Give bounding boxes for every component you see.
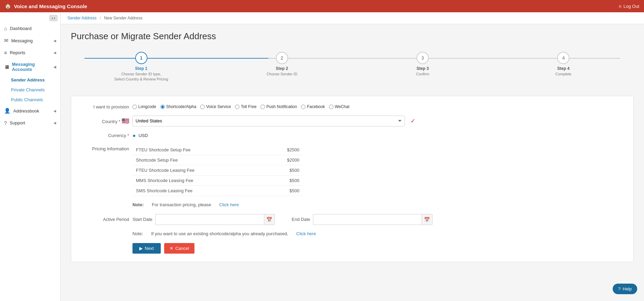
note-text: For transaction pricing, please — [152, 202, 211, 207]
sidebar-item-messaging-label: Messaging — [11, 38, 33, 43]
radio-tollfree-input[interactable] — [235, 105, 239, 109]
end-date-group: End Date 📅 — [292, 214, 433, 225]
step-2-circle: 2 — [276, 52, 288, 64]
currency-dot: ● — [132, 133, 136, 139]
app-title: Voice and Messaging Console — [14, 3, 87, 9]
chevron-icon: ◀ — [53, 39, 56, 43]
active-period-label: Active Period — [81, 217, 129, 222]
radio-shortcode-input[interactable] — [160, 105, 165, 109]
sidebar-toggle: ‹ › — [0, 14, 60, 22]
country-req: * — [119, 119, 120, 124]
step-3: 3 Step 3 Confirm — [352, 52, 493, 77]
radio-longcode-label: Longcode — [138, 104, 156, 109]
sidebar-item-messaging-accounts-label: Messaging Accounts — [12, 62, 51, 72]
radio-voice[interactable]: Voice Service — [200, 104, 231, 109]
step-4-label: Step 4 — [557, 66, 569, 71]
radio-push-input[interactable] — [261, 105, 265, 109]
top-bar: 🏠 Voice and Messaging Console ⎋ Log Out — [0, 0, 644, 12]
logout-label: Log Out — [624, 4, 639, 9]
next-label: Next — [145, 246, 154, 251]
sidebar-item-addressbook-label: Addressbook — [13, 108, 39, 114]
radio-wechat[interactable]: WeChat — [329, 104, 349, 109]
cancel-icon: ✕ — [170, 246, 173, 251]
cancel-button[interactable]: ✕ Cancel — [164, 243, 194, 254]
radio-push[interactable]: Push Notification — [261, 104, 297, 109]
end-date-input[interactable] — [313, 214, 422, 225]
currency-req: * — [127, 133, 129, 138]
country-checkmark: ✓ — [410, 117, 415, 125]
app-title-group: 🏠 Voice and Messaging Console — [5, 3, 87, 9]
step-1-sublabel: Choose Sender ID type,Select Country & R… — [114, 72, 168, 82]
radio-longcode-input[interactable] — [132, 105, 137, 109]
radio-wechat-input[interactable] — [329, 105, 333, 109]
sidebar-item-support[interactable]: ? Support ◀ — [0, 117, 60, 129]
note-link[interactable]: Click here — [219, 202, 239, 207]
chevron-icon-ab: ◀ — [53, 109, 56, 113]
pricing-table-row: FTEU Shortcode Leasing Fee $500 — [132, 165, 303, 175]
page-body: Purchase or Migrate Sender Address 1 Ste… — [61, 24, 644, 276]
logout-button[interactable]: ⎋ Log Out — [619, 4, 639, 9]
radio-voice-input[interactable] — [200, 105, 205, 109]
pricing-row-name: FTEU Shortcode Leasing Fee — [132, 165, 264, 175]
step-3-label: Step 3 — [417, 66, 429, 71]
sidebar-item-reports[interactable]: ≡ Reports ◀ — [0, 47, 60, 59]
help-button[interactable]: ? Help — [613, 284, 637, 294]
support-icon: ? — [4, 120, 7, 126]
radio-shortcode[interactable]: Shortcode/Alpha — [160, 104, 197, 109]
page-title: Purchase or Migrate Sender Address — [71, 31, 634, 42]
radio-facebook-input[interactable] — [301, 105, 305, 109]
existing-note-link[interactable]: Click here — [296, 231, 316, 236]
messaging-accounts-icon: 🖥 — [4, 64, 9, 70]
provision-label: I want to provision — [81, 104, 129, 109]
radio-longcode[interactable]: Longcode — [132, 104, 156, 109]
radio-facebook[interactable]: Facebook — [301, 104, 325, 109]
step-4: 4 Step 4 Complete — [493, 52, 634, 77]
pricing-row: Pricing Information FTEU Shortcode Setup… — [81, 145, 623, 196]
sidebar-item-addressbook[interactable]: 👤 Addressbook ◀ — [0, 105, 60, 117]
sidebar-item-messaging[interactable]: ✉ Messaging ◀ — [0, 34, 60, 47]
country-label: Country * 🇺🇸 — [81, 117, 129, 125]
sidebar: ‹ › ⌂ Dashboard ✉ Messaging ◀ ≡ Reports … — [0, 12, 61, 301]
currency-value: USD — [139, 133, 148, 138]
sidebar-item-messaging-accounts[interactable]: 🖥 Messaging Accounts ◀ — [0, 59, 60, 75]
radio-push-label: Push Notification — [266, 104, 297, 109]
start-date-calendar-button[interactable]: 📅 — [264, 214, 275, 225]
pricing-table-row: Shortcode Setup Fee $2000 — [132, 155, 303, 165]
currency-label: Currency * — [81, 133, 129, 138]
currency-value-group: ● USD — [132, 133, 148, 139]
radio-tollfree[interactable]: Toll Free — [235, 104, 256, 109]
pricing-row-name: Shortcode Setup Fee — [132, 155, 264, 165]
breadcrumb-parent[interactable]: Sender Address — [67, 16, 96, 20]
sidebar-sub-item-public-channels[interactable]: Public Channels — [0, 95, 60, 105]
step-3-circle: 3 — [417, 52, 429, 64]
stepper: 1 Step 1 Choose Sender ID type,Select Co… — [71, 52, 634, 82]
sidebar-item-dashboard-label: Dashboard — [10, 26, 32, 31]
chevron-icon-sup: ◀ — [53, 121, 56, 125]
start-date-group: Start Date 📅 — [132, 214, 275, 225]
logout-icon: ⎋ — [619, 4, 622, 9]
step-1: 1 Step 1 Choose Sender ID type,Select Co… — [71, 52, 211, 82]
next-button[interactable]: ▶ Next — [132, 243, 161, 254]
end-date-label: End Date — [292, 217, 310, 222]
form-section: I want to provision Longcode Shortcode/A… — [71, 96, 634, 262]
messaging-icon: ✉ — [4, 37, 9, 44]
radio-facebook-label: Facebook — [307, 104, 325, 109]
sidebar-item-dashboard[interactable]: ⌂ Dashboard — [0, 22, 60, 34]
end-date-calendar-button[interactable]: 📅 — [422, 214, 433, 225]
step-1-circle: 1 — [135, 52, 147, 64]
sidebar-collapse-button[interactable]: ‹ › — [49, 15, 58, 21]
radio-shortcode-label: Shortcode/Alpha — [166, 104, 197, 109]
sidebar-item-support-label: Support — [10, 120, 25, 125]
home-icon: ⌂ — [4, 26, 7, 31]
step-2-sublabel: Choose Sender ID — [267, 72, 298, 77]
reports-icon: ≡ — [4, 50, 7, 56]
next-icon: ▶ — [139, 246, 143, 251]
start-date-input[interactable] — [155, 214, 264, 225]
sidebar-sub-item-private-channels[interactable]: Private Channels — [0, 85, 60, 95]
pricing-table-row: SMS Shortcode Leasing Fee $500 — [132, 185, 303, 196]
sidebar-sub-item-sender-address[interactable]: Sender Address — [0, 75, 60, 85]
sidebar-sub-item-private-channels-label: Private Channels — [11, 87, 45, 92]
pricing-label: Pricing Information — [81, 145, 129, 151]
note-row: Note: For transaction pricing, please Cl… — [132, 202, 623, 207]
country-select[interactable]: United States Canada United Kingdom Aust… — [132, 116, 405, 126]
